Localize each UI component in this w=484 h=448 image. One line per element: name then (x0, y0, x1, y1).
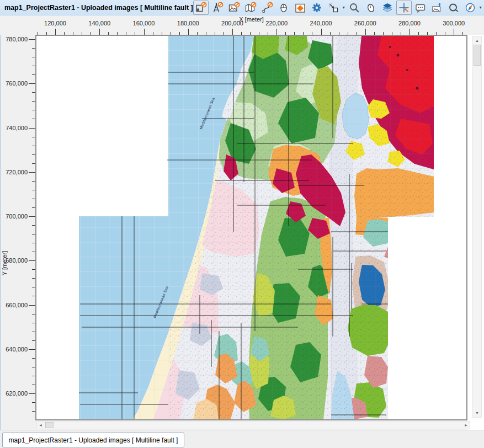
x-axis-ticks: 120,000140,000160,000180,000200,000220,0… (36, 15, 466, 35)
antenna-icon (211, 2, 224, 14)
axis-tick-mark (29, 393, 35, 394)
gear-icon (311, 2, 323, 14)
vector-line-tool[interactable] (259, 1, 275, 15)
axis-tick-mark (55, 29, 56, 35)
axis-tick-label: 660,000 (6, 302, 28, 308)
tab-bar: map1_ProjectRaster1 - Uploaded images [ … (0, 430, 484, 448)
antenna-tool[interactable] (210, 1, 225, 15)
measure-icon (448, 2, 460, 14)
axis-tick-mark (29, 305, 35, 306)
y-axis-ticks: Y [meter] 780,000760,000740,000720,00070… (0, 36, 35, 419)
axis-tick-mark (188, 29, 189, 35)
axis-tick-label: 200,000 (221, 20, 243, 26)
vector-line-icon (261, 2, 273, 14)
axis-tick-label: 760,000 (6, 80, 28, 87)
axis-tick-label: 160,000 (133, 20, 155, 26)
mouse-select-tool[interactable] (276, 1, 291, 15)
mouse-icon (278, 2, 290, 14)
resize-extent-tool[interactable] (326, 1, 341, 15)
axis-tick-label: 260,000 (354, 20, 376, 26)
comment-tool[interactable] (413, 1, 428, 15)
resize-extent-icon (327, 2, 339, 14)
map-viewport: Mediterranean Sea Mediterranean Sea (35, 35, 467, 420)
crop-raster-tool[interactable] (193, 1, 209, 15)
mouse-pan-icon (365, 2, 377, 14)
axis-tick-label: 680,000 (6, 257, 28, 264)
mouse-pan-tool[interactable] (363, 1, 379, 15)
scroll-down-arrow-icon[interactable]: ▼ (473, 409, 481, 417)
axis-tick-label: 740,000 (6, 125, 28, 131)
measure-tool[interactable] (446, 1, 461, 15)
scroll-up-arrow-icon[interactable]: ▲ (473, 36, 481, 45)
axis-tick-label: 780,000 (6, 36, 28, 42)
axis-tick-mark (365, 29, 366, 35)
axis-tick-label: 300,000 (443, 20, 465, 26)
compass-icon (464, 2, 476, 14)
axis-tick-label: 720,000 (6, 169, 28, 175)
axis-tick-mark (29, 260, 35, 261)
map-sheet-icon (244, 2, 257, 14)
axis-tick-mark (99, 29, 100, 35)
image-tool[interactable] (226, 1, 242, 15)
scroll-right-arrow-icon[interactable]: ► (462, 422, 470, 429)
axis-tick-label: 700,000 (6, 213, 28, 220)
comment-icon (414, 2, 427, 14)
map-sheet-tool[interactable] (243, 1, 258, 15)
vertical-scrollbar[interactable]: ▲ ▼ (472, 36, 482, 418)
polygon-fill-icon (294, 2, 306, 14)
scroll-left-arrow-icon[interactable]: ◄ (37, 422, 44, 429)
axis-tick-mark (276, 29, 277, 35)
axis-tick-mark (29, 349, 35, 350)
export-image-icon (431, 2, 443, 14)
axis-tick-mark (29, 128, 35, 129)
axis-tick-label: 240,000 (310, 20, 332, 26)
axis-tick-mark (144, 29, 145, 35)
map-canvas[interactable]: Mediterranean Sea Mediterranean Sea (36, 36, 466, 419)
axis-tick-label: 120,000 (44, 20, 66, 26)
layers-icon (381, 2, 393, 14)
compass-tool[interactable] (462, 1, 478, 15)
crop-raster-icon (195, 2, 207, 14)
axis-tick-mark (454, 29, 454, 35)
horizontal-scrollbar-thumb[interactable] (45, 422, 54, 428)
axis-tick-mark (29, 39, 35, 40)
resize-extent-dropdown-caret[interactable]: ▾ (343, 5, 345, 10)
axis-tick-label: 280,000 (398, 20, 421, 26)
axis-tick-mark (29, 172, 35, 173)
axis-tick-mark (409, 29, 410, 35)
axis-tick-label: 220,000 (265, 20, 288, 26)
center-crosshair-icon (398, 2, 410, 14)
window-title: map1_ProjectRaster1 - Uploaded images [ … (0, 4, 193, 12)
export-image-tool[interactable] (429, 1, 445, 15)
axis-tick-mark (29, 216, 35, 217)
zoom-tool[interactable] (347, 1, 362, 15)
settings-gear-tool[interactable] (309, 1, 325, 15)
image-icon (228, 2, 240, 14)
window-titlebar: map1_ProjectRaster1 - Uploaded images [ … (0, 0, 484, 15)
tab-map1-projectraster1[interactable]: map1_ProjectRaster1 - Uploaded images [ … (2, 433, 184, 447)
toolbar: ▾ (193, 1, 484, 15)
axis-tick-label: 620,000 (6, 390, 28, 397)
horizontal-scrollbar[interactable]: ◄ ► (36, 421, 470, 429)
vertical-scrollbar-thumb[interactable] (474, 45, 481, 66)
axis-tick-mark (321, 29, 322, 35)
axis-tick-mark (29, 83, 35, 84)
axis-tick-label: 140,000 (88, 20, 110, 26)
compass-dropdown-caret[interactable]: ▾ (480, 5, 482, 10)
axis-tick-label: 180,000 (177, 20, 199, 26)
center-crosshair-tool[interactable] (396, 1, 412, 15)
magnifier-icon (348, 2, 360, 14)
layers-tool[interactable] (380, 1, 395, 15)
axis-tick-label: 640,000 (6, 346, 28, 353)
polygon-fill-tool[interactable] (292, 1, 308, 15)
axis-tick-mark (232, 29, 233, 35)
